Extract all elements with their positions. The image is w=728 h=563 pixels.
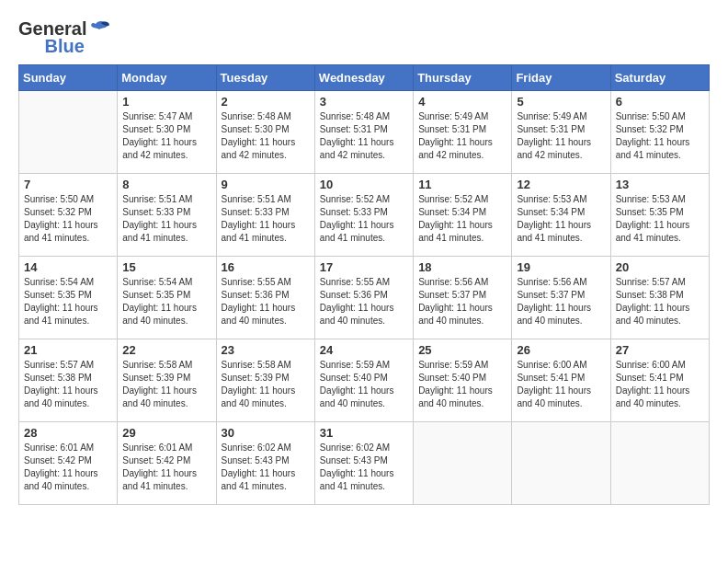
header-thursday: Thursday bbox=[414, 65, 512, 91]
header-saturday: Saturday bbox=[610, 65, 709, 91]
calendar-cell: 8Sunrise: 5:51 AMSunset: 5:33 PMDaylight… bbox=[118, 174, 216, 257]
day-number: 7 bbox=[24, 178, 112, 191]
day-number: 31 bbox=[320, 426, 408, 440]
day-info: Sunrise: 5:48 AMSunset: 5:30 PMDaylight:… bbox=[222, 110, 310, 162]
day-info: Sunrise: 5:47 AMSunset: 5:30 PMDaylight:… bbox=[122, 110, 210, 162]
calendar-cell: 24Sunrise: 5:59 AMSunset: 5:40 PMDayligh… bbox=[314, 339, 413, 422]
calendar-cell: 25Sunrise: 5:59 AMSunset: 5:40 PMDayligh… bbox=[414, 339, 512, 422]
calendar-cell: 28Sunrise: 6:01 AMSunset: 5:42 PMDayligh… bbox=[19, 422, 118, 505]
logo-blue: Blue bbox=[45, 36, 85, 57]
day-number: 23 bbox=[222, 343, 310, 357]
calendar-cell: 31Sunrise: 6:02 AMSunset: 5:43 PMDayligh… bbox=[314, 422, 413, 505]
header-monday: Monday bbox=[118, 65, 216, 91]
day-number: 12 bbox=[517, 178, 605, 191]
calendar-cell bbox=[19, 91, 118, 174]
day-number: 13 bbox=[616, 178, 704, 191]
week-row-4: 21Sunrise: 5:57 AMSunset: 5:38 PMDayligh… bbox=[19, 339, 710, 422]
day-number: 21 bbox=[24, 343, 112, 357]
day-info: Sunrise: 5:52 AMSunset: 5:34 PMDaylight:… bbox=[418, 193, 506, 245]
day-number: 10 bbox=[320, 178, 408, 191]
day-info: Sunrise: 6:00 AMSunset: 5:41 PMDaylight:… bbox=[517, 359, 605, 410]
week-row-1: 1Sunrise: 5:47 AMSunset: 5:30 PMDaylight… bbox=[19, 91, 710, 174]
logo: General Blue bbox=[18, 18, 110, 57]
calendar-cell: 23Sunrise: 5:58 AMSunset: 5:39 PMDayligh… bbox=[216, 339, 314, 422]
calendar-cell: 15Sunrise: 5:54 AMSunset: 5:35 PMDayligh… bbox=[118, 257, 216, 339]
day-info: Sunrise: 5:59 AMSunset: 5:40 PMDaylight:… bbox=[320, 359, 408, 410]
day-info: Sunrise: 5:48 AMSunset: 5:31 PMDaylight:… bbox=[320, 110, 408, 162]
logo-bird-icon bbox=[88, 20, 110, 39]
day-number: 29 bbox=[122, 426, 210, 440]
day-number: 3 bbox=[320, 95, 408, 109]
day-info: Sunrise: 5:50 AMSunset: 5:32 PMDaylight:… bbox=[24, 193, 112, 245]
calendar-cell: 2Sunrise: 5:48 AMSunset: 5:30 PMDaylight… bbox=[216, 91, 314, 174]
calendar-cell: 1Sunrise: 5:47 AMSunset: 5:30 PMDaylight… bbox=[118, 91, 216, 174]
day-info: Sunrise: 5:54 AMSunset: 5:35 PMDaylight:… bbox=[24, 276, 112, 327]
calendar-cell: 10Sunrise: 5:52 AMSunset: 5:33 PMDayligh… bbox=[314, 174, 413, 257]
calendar-cell: 12Sunrise: 5:53 AMSunset: 5:34 PMDayligh… bbox=[512, 174, 610, 257]
calendar-cell: 26Sunrise: 6:00 AMSunset: 5:41 PMDayligh… bbox=[512, 339, 610, 422]
day-info: Sunrise: 5:58 AMSunset: 5:39 PMDaylight:… bbox=[222, 359, 310, 410]
day-number: 5 bbox=[517, 95, 605, 109]
day-number: 26 bbox=[517, 343, 605, 357]
day-info: Sunrise: 6:01 AMSunset: 5:42 PMDaylight:… bbox=[24, 442, 112, 493]
day-number: 6 bbox=[616, 95, 704, 109]
day-info: Sunrise: 5:58 AMSunset: 5:39 PMDaylight:… bbox=[122, 359, 210, 410]
day-info: Sunrise: 5:56 AMSunset: 5:37 PMDaylight:… bbox=[517, 276, 605, 327]
calendar-cell: 3Sunrise: 5:48 AMSunset: 5:31 PMDaylight… bbox=[314, 91, 413, 174]
day-info: Sunrise: 6:02 AMSunset: 5:43 PMDaylight:… bbox=[222, 442, 310, 493]
calendar-cell: 29Sunrise: 6:01 AMSunset: 5:42 PMDayligh… bbox=[118, 422, 216, 505]
day-info: Sunrise: 5:57 AMSunset: 5:38 PMDaylight:… bbox=[616, 276, 704, 327]
day-info: Sunrise: 5:49 AMSunset: 5:31 PMDaylight:… bbox=[418, 110, 506, 162]
day-number: 4 bbox=[418, 95, 506, 109]
day-number: 27 bbox=[616, 343, 704, 357]
day-number: 18 bbox=[418, 260, 506, 274]
day-info: Sunrise: 5:51 AMSunset: 5:33 PMDaylight:… bbox=[222, 193, 310, 245]
calendar-cell bbox=[610, 422, 709, 505]
day-info: Sunrise: 5:53 AMSunset: 5:35 PMDaylight:… bbox=[616, 193, 704, 245]
calendar-cell: 7Sunrise: 5:50 AMSunset: 5:32 PMDaylight… bbox=[19, 174, 118, 257]
calendar-cell bbox=[414, 422, 512, 505]
day-number: 17 bbox=[320, 260, 408, 274]
day-info: Sunrise: 5:59 AMSunset: 5:40 PMDaylight:… bbox=[418, 359, 506, 410]
calendar-cell: 27Sunrise: 6:00 AMSunset: 5:41 PMDayligh… bbox=[610, 339, 709, 422]
day-number: 11 bbox=[418, 178, 506, 191]
day-number: 25 bbox=[418, 343, 506, 357]
calendar-cell: 9Sunrise: 5:51 AMSunset: 5:33 PMDaylight… bbox=[216, 174, 314, 257]
calendar-cell: 30Sunrise: 6:02 AMSunset: 5:43 PMDayligh… bbox=[216, 422, 314, 505]
day-number: 14 bbox=[24, 260, 112, 274]
day-info: Sunrise: 5:54 AMSunset: 5:35 PMDaylight:… bbox=[122, 276, 210, 327]
header-wednesday: Wednesday bbox=[314, 65, 413, 91]
day-info: Sunrise: 5:53 AMSunset: 5:34 PMDaylight:… bbox=[517, 193, 605, 245]
day-info: Sunrise: 5:56 AMSunset: 5:37 PMDaylight:… bbox=[418, 276, 506, 327]
day-info: Sunrise: 6:01 AMSunset: 5:42 PMDaylight:… bbox=[122, 442, 210, 493]
calendar-table: SundayMondayTuesdayWednesdayThursdayFrid… bbox=[18, 64, 710, 505]
day-info: Sunrise: 5:55 AMSunset: 5:36 PMDaylight:… bbox=[222, 276, 310, 327]
day-number: 22 bbox=[122, 343, 210, 357]
calendar-cell: 19Sunrise: 5:56 AMSunset: 5:37 PMDayligh… bbox=[512, 257, 610, 339]
calendar-cell: 5Sunrise: 5:49 AMSunset: 5:31 PMDaylight… bbox=[512, 91, 610, 174]
day-number: 9 bbox=[222, 178, 310, 191]
day-number: 2 bbox=[222, 95, 310, 109]
calendar-cell: 18Sunrise: 5:56 AMSunset: 5:37 PMDayligh… bbox=[414, 257, 512, 339]
calendar-cell: 6Sunrise: 5:50 AMSunset: 5:32 PMDaylight… bbox=[610, 91, 709, 174]
day-number: 28 bbox=[24, 426, 112, 440]
day-number: 16 bbox=[222, 260, 310, 274]
day-info: Sunrise: 5:50 AMSunset: 5:32 PMDaylight:… bbox=[616, 110, 704, 162]
day-info: Sunrise: 5:55 AMSunset: 5:36 PMDaylight:… bbox=[320, 276, 408, 327]
calendar-cell: 20Sunrise: 5:57 AMSunset: 5:38 PMDayligh… bbox=[610, 257, 709, 339]
day-info: Sunrise: 5:49 AMSunset: 5:31 PMDaylight:… bbox=[517, 110, 605, 162]
calendar-cell: 16Sunrise: 5:55 AMSunset: 5:36 PMDayligh… bbox=[216, 257, 314, 339]
calendar-cell: 4Sunrise: 5:49 AMSunset: 5:31 PMDaylight… bbox=[414, 91, 512, 174]
day-info: Sunrise: 5:52 AMSunset: 5:33 PMDaylight:… bbox=[320, 193, 408, 245]
calendar-cell: 17Sunrise: 5:55 AMSunset: 5:36 PMDayligh… bbox=[314, 257, 413, 339]
calendar-cell: 22Sunrise: 5:58 AMSunset: 5:39 PMDayligh… bbox=[118, 339, 216, 422]
header-tuesday: Tuesday bbox=[216, 65, 314, 91]
week-row-2: 7Sunrise: 5:50 AMSunset: 5:32 PMDaylight… bbox=[19, 174, 710, 257]
day-info: Sunrise: 5:51 AMSunset: 5:33 PMDaylight:… bbox=[122, 193, 210, 245]
day-number: 30 bbox=[222, 426, 310, 440]
day-number: 24 bbox=[320, 343, 408, 357]
header-friday: Friday bbox=[512, 65, 610, 91]
calendar-header-row: SundayMondayTuesdayWednesdayThursdayFrid… bbox=[19, 65, 710, 91]
day-info: Sunrise: 6:00 AMSunset: 5:41 PMDaylight:… bbox=[616, 359, 704, 410]
calendar-cell: 11Sunrise: 5:52 AMSunset: 5:34 PMDayligh… bbox=[414, 174, 512, 257]
